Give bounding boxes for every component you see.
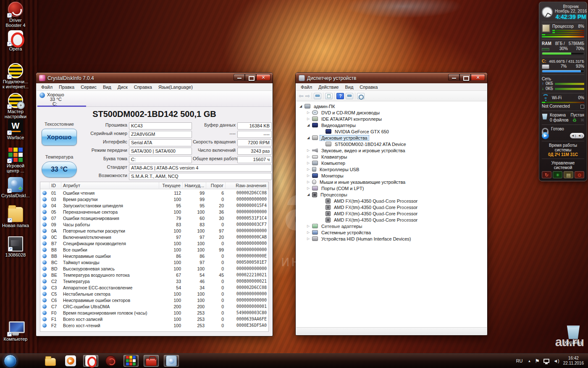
field-value[interactable]: ATA8-ACS | ATA8-ACS version 4 (129, 164, 272, 172)
table-row[interactable]: BD Высокоуровневая запись 100 100 0 0000… (40, 265, 268, 272)
table-row[interactable]: BB Неисправимые ошибки 86 86 0 000000000… (40, 253, 268, 259)
menu-item[interactable]: Справка (131, 84, 155, 90)
header-raw[interactable]: Raw-значения (226, 182, 268, 189)
maximize-button[interactable] (459, 74, 471, 81)
minimize-button[interactable] (234, 74, 245, 81)
tree-item[interactable]: NVIDIA GeForce GTX 650 (296, 128, 487, 135)
tree-expander-icon[interactable] (306, 180, 310, 184)
menu-item[interactable]: Вид (342, 84, 356, 90)
desktop-icon[interactable]: ↗ Мастер настройки (1, 93, 30, 119)
tree-expander-icon[interactable] (306, 136, 310, 140)
help-icon[interactable]: ? (336, 93, 344, 99)
tree-item[interactable]: DVD и CD-ROM дисководы (296, 109, 487, 116)
taskbar-button[interactable] (83, 355, 98, 367)
tree-expander-icon[interactable] (306, 155, 310, 159)
tree-item[interactable]: Системные устройства (296, 229, 487, 236)
tree-item[interactable]: AMD FX(tm)-4350 Quad-Core Processor (296, 210, 487, 217)
field-value[interactable]: 7200 RPM (237, 139, 272, 146)
menu-item[interactable]: Сервис (78, 84, 100, 90)
field-value[interactable]: SATA/300 | SATA/600 (129, 148, 192, 155)
tree-expander-icon[interactable] (306, 161, 310, 165)
properties-icon[interactable] (325, 93, 333, 99)
show-hidden-icons-chevron[interactable]: ▲ (528, 359, 531, 363)
empty-bin-icon[interactable]: ✕ (581, 118, 584, 123)
recycle-bin-icon[interactable]: Корзина (559, 324, 587, 345)
tree-item[interactable]: AMD FX(tm)-4350 Quad-Core Processor (296, 204, 487, 210)
field-value[interactable]: C: (129, 156, 192, 163)
dm-titlebar[interactable]: Диспетчер устройств (296, 73, 487, 83)
tree-item[interactable]: Мыши и иные указывающие устройства (296, 179, 487, 185)
tree-item[interactable]: Устройства HID (Human Interface Devices) (296, 236, 487, 242)
desktop-icon[interactable]: ↗ Warface (1, 119, 30, 140)
network-tray-icon[interactable] (543, 359, 549, 363)
tree-expander-icon[interactable] (306, 230, 310, 234)
taskbar-button[interactable] (23, 355, 38, 367)
table-row[interactable]: C2 Температура 33 46 0 000800000021 (40, 278, 268, 284)
tree-item[interactable]: Видеоадаптеры (296, 122, 487, 128)
header-id[interactable]: ID (50, 182, 61, 189)
taskbar-button[interactable] (123, 355, 139, 367)
tree-item[interactable]: AMD FX(tm)-4350 Quad-Core Processor (296, 217, 487, 223)
table-row[interactable]: B7 Спецификации производителя 100 100 0 … (40, 240, 268, 246)
tree-item[interactable]: админ-ПК (296, 103, 487, 109)
table-row[interactable]: 05 Переназначенные сектора 100 100 36 00… (40, 209, 268, 215)
volume-tray-icon[interactable]: ◄) (553, 358, 559, 363)
table-row[interactable]: 04 Запуски/остановки шпинделя 95 95 20 0… (40, 202, 268, 209)
menu-item[interactable]: Диск (115, 84, 131, 90)
table-row[interactable]: 09 Часы работы 83 83 0 000000003CF7 (40, 221, 268, 228)
forward-arrow-icon[interactable]: ⇨ (305, 93, 310, 99)
table-row[interactable]: BC Таймаут команды 100 97 0 0005000501E7 (40, 259, 268, 265)
tree-item[interactable]: Сетевые адаптеры (296, 223, 487, 229)
table-row[interactable]: 0C Включения/отключения 97 97 20 0000000… (40, 234, 268, 240)
header-threshold[interactable]: Порог (206, 182, 226, 189)
taskbar-button[interactable] (103, 355, 118, 367)
volume-buttons[interactable]: ◄) ◄) (570, 133, 584, 138)
taskbar-button[interactable] (3, 355, 18, 367)
tree-expander-icon[interactable] (306, 167, 310, 171)
restart-button[interactable]: ↻ (542, 171, 551, 178)
tree-item[interactable]: AMD FX(tm)-4350 Quad-Core Processor (296, 198, 487, 204)
field-value[interactable]: Serial ATA (129, 139, 192, 146)
table-row[interactable]: F2 Всего хост-чтений 100 253 0 0000E36DF… (40, 322, 268, 328)
table-row[interactable]: BE Температура воздушного потока 67 54 4… (40, 272, 268, 278)
tree-item[interactable]: Мониторы (296, 172, 487, 179)
tree-expander-icon[interactable] (306, 117, 310, 121)
lock-button[interactable]: ▤ (564, 171, 573, 178)
scan-hardware-changes-icon[interactable] (357, 93, 365, 99)
wifi-checkbox[interactable] (580, 105, 584, 109)
menu-item[interactable]: Действие (315, 84, 341, 90)
desktop-icon[interactable]: ↗ Opera (1, 30, 30, 51)
sleep-button[interactable]: ✳ (553, 171, 562, 178)
table-row[interactable]: F1 Всего хост-записей 100 253 0 0000639A… (40, 316, 268, 322)
desktop-icon[interactable]: ↗ Подключи... к интернет... (1, 63, 30, 89)
header-attribute[interactable]: Атрибут (61, 182, 159, 189)
tree-expander-icon[interactable] (306, 224, 310, 228)
tree-expander-icon[interactable] (306, 186, 310, 190)
header-worst[interactable]: Наихуд... (183, 182, 206, 189)
show-window-icon[interactable] (346, 93, 353, 99)
menu-item[interactable]: Правка (56, 84, 77, 90)
tree-expander-icon[interactable] (306, 123, 310, 127)
tree-item[interactable]: IDE ATA/ATAPI контроллеры (296, 116, 487, 122)
tree-item[interactable]: Звуковые, видео и игровые устройства (296, 147, 487, 154)
tree-item[interactable]: Контроллеры USB (296, 166, 487, 172)
taskbar-button[interactable] (43, 355, 58, 367)
tree-item[interactable]: Процессоры (296, 191, 487, 198)
console-tree-icon[interactable] (314, 93, 321, 99)
table-row[interactable]: 07 Ошибки позиционирования 79 60 30 0000… (40, 215, 268, 221)
field-value[interactable]: KC43 (129, 122, 192, 130)
table-row[interactable]: B8 Все ошибки 100 100 99 000000000000 (40, 246, 268, 253)
taskbar-button[interactable] (63, 355, 78, 367)
menu-item[interactable]: Файл (38, 84, 55, 90)
table-row[interactable]: C5 Нестабильные сектора 100 100 0 000000… (40, 291, 268, 297)
tree-expander-icon[interactable] (306, 193, 310, 196)
tree-expander-icon[interactable] (306, 148, 310, 152)
cdi-disk-tab[interactable]: Хорошо 33 °C C: (37, 91, 86, 106)
close-button[interactable] (256, 74, 270, 81)
tree-expander-icon[interactable] (306, 174, 310, 177)
desktop-icon[interactable]: ↗ 13086028 (1, 236, 30, 257)
smart-table-header[interactable]: ID Атрибут Текущее Наихуд... Порог Raw-з… (40, 182, 268, 189)
language-indicator[interactable]: RU (515, 357, 524, 364)
table-row[interactable]: 03 Время раскрутки 100 99 0 000000000000 (40, 196, 268, 202)
desktop-icon[interactable]: ↗ Компьютер (1, 320, 30, 342)
